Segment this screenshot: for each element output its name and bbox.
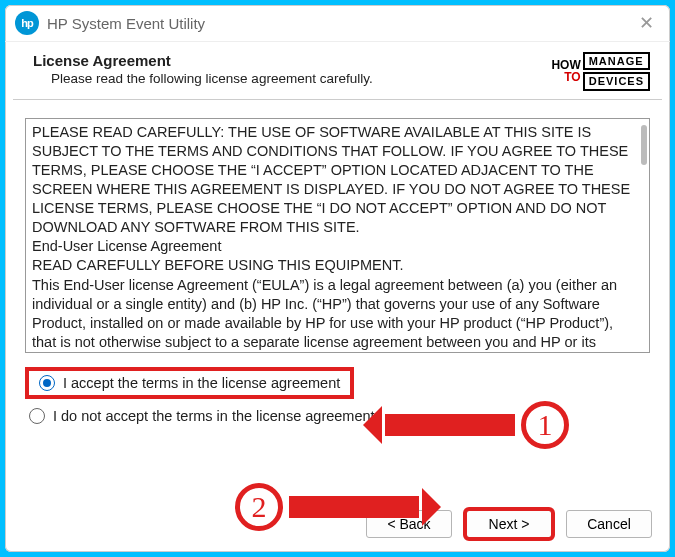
brand-manage: MANAGE: [583, 52, 650, 70]
radio-accept-label: I accept the terms in the license agreem…: [63, 375, 340, 391]
scrollbar-thumb[interactable]: [641, 125, 647, 165]
cancel-button[interactable]: Cancel: [566, 510, 652, 538]
radio-decline-row: I do not accept the terms in the license…: [25, 405, 650, 427]
titlebar: hp HP System Event Utility ✕: [5, 5, 670, 42]
brand-devices: DEVICES: [583, 72, 650, 90]
close-icon[interactable]: ✕: [633, 12, 660, 34]
page-subtitle: Please read the following license agreem…: [51, 71, 373, 86]
radio-group: I accept the terms in the license agreem…: [25, 367, 650, 427]
radio-decline[interactable]: [29, 408, 45, 424]
hp-logo-icon: hp: [15, 11, 39, 35]
howtomanagedevices-logo: HOW TO MANAGE DEVICES: [551, 52, 650, 91]
accept-highlight-box: I accept the terms in the license agreem…: [25, 367, 354, 399]
page-title: License Agreement: [33, 52, 373, 69]
header-text: License Agreement Please read the follow…: [33, 52, 373, 86]
radio-accept[interactable]: [39, 375, 55, 391]
eula-text: PLEASE READ CAREFULLY: THE USE OF SOFTWA…: [32, 123, 643, 353]
installer-window: hp HP System Event Utility ✕ License Agr…: [5, 5, 670, 552]
content-area: PLEASE READ CAREFULLY: THE USE OF SOFTWA…: [5, 100, 670, 502]
window-title: HP System Event Utility: [47, 15, 205, 32]
footer-buttons: < Back Next > Cancel: [5, 502, 670, 552]
back-button[interactable]: < Back: [366, 510, 452, 538]
next-button[interactable]: Next >: [466, 510, 552, 538]
radio-decline-label: I do not accept the terms in the license…: [53, 408, 375, 424]
brand-to: TO: [564, 70, 580, 84]
header: License Agreement Please read the follow…: [5, 42, 670, 99]
eula-textbox[interactable]: PLEASE READ CAREFULLY: THE USE OF SOFTWA…: [25, 118, 650, 353]
